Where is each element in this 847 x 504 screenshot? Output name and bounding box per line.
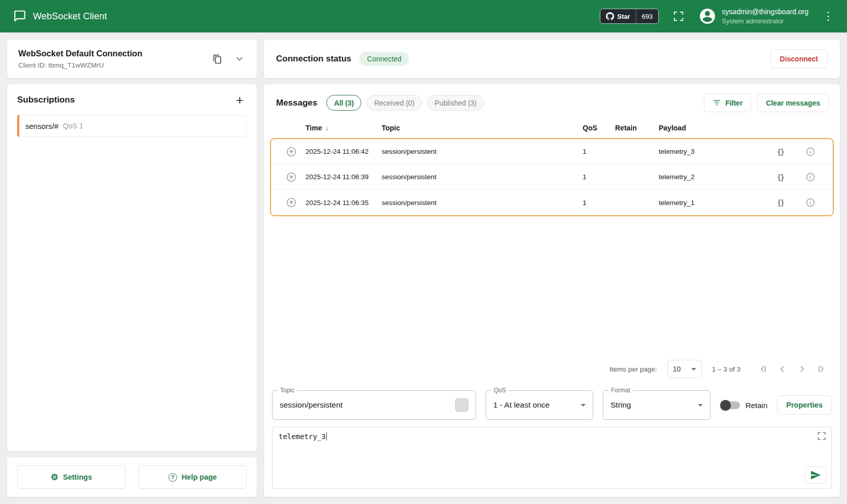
tab-all[interactable]: All (3) [326, 95, 361, 111]
tab-received[interactable]: Received (0) [366, 95, 422, 111]
retain-label: Retain [746, 401, 767, 410]
send-message-button[interactable] [805, 466, 826, 484]
filter-icon [713, 98, 721, 107]
messages-card: Messages All (3) Received (0) Published … [264, 84, 840, 497]
expand-message-button[interactable] [284, 144, 299, 159]
add-subscription-button[interactable]: + [233, 93, 247, 107]
more-menu-button[interactable]: ⋮ [821, 11, 836, 22]
fullscreen-icon [817, 431, 826, 441]
user-menu[interactable]: sysadmin@thingsboard.org System administ… [698, 7, 808, 25]
connection-name: WebSocket Default Connection [18, 49, 142, 58]
previous-page-button[interactable] [774, 360, 791, 378]
arrow-up-circle-icon [286, 146, 297, 157]
last-page-button[interactable] [812, 360, 830, 378]
topic-field-label: Topic [278, 387, 297, 394]
editor-fullscreen-button[interactable] [817, 431, 826, 441]
qos-select-label: QoS [491, 387, 509, 394]
format-select-label: Format [608, 387, 633, 394]
tab-published[interactable]: Published (3) [427, 95, 485, 111]
payload-json-button[interactable]: {} [776, 196, 787, 209]
avatar-icon [698, 7, 717, 25]
github-star-segment[interactable]: Star [600, 9, 635, 23]
github-star-button[interactable]: Star 693 [600, 9, 659, 24]
arrow-up-circle-icon [286, 197, 297, 208]
items-per-page-label: Items per page: [609, 365, 657, 373]
github-star-label: Star [617, 13, 630, 20]
qos-select-value: 1 - At least once [493, 400, 550, 410]
messages-title: Messages [276, 98, 317, 108]
properties-button[interactable]: Properties [777, 395, 832, 415]
expand-message-button[interactable] [284, 195, 299, 210]
arrow-up-circle-icon [286, 172, 297, 183]
github-star-count[interactable]: 693 [636, 9, 659, 23]
payload-json-button[interactable]: {} [776, 171, 787, 183]
payload-json-button[interactable]: {} [776, 146, 787, 158]
connection-client-id: Client ID: tbmq_T1wWZMrU [18, 61, 142, 69]
table-row[interactable]: 2025-12-24 11:06:35 session/persistent 1… [271, 190, 833, 215]
cell-topic: session/persistent [382, 199, 583, 207]
items-per-page-select[interactable]: 10 [667, 360, 702, 378]
topic-input[interactable] [280, 400, 450, 410]
cell-payload: telemetry_2 [659, 173, 768, 181]
table-header-time[interactable]: Time ↓ [306, 123, 382, 132]
cell-payload: telemetry_3 [659, 148, 768, 155]
retain-toggle[interactable] [721, 401, 740, 409]
disconnect-button[interactable]: Disconnect [770, 49, 828, 69]
cell-topic: session/persistent [382, 148, 583, 155]
cell-time: 2025-12-24 11:06:35 [306, 199, 382, 207]
connection-status-card: Connection status Connected Disconnect [264, 40, 840, 78]
page-title: WebSocket Client [33, 11, 107, 22]
fullscreen-button[interactable] [671, 9, 686, 24]
message-filter-tabs: All (3) Received (0) Published (3) [326, 95, 484, 111]
expand-message-button[interactable] [284, 170, 299, 185]
first-page-button[interactable] [755, 360, 772, 378]
filter-label: Filter [725, 99, 742, 107]
format-select[interactable]: Format String [603, 390, 710, 420]
publish-form: Topic QoS 1 - At least once Format Strin… [264, 383, 840, 420]
message-info-button[interactable] [803, 195, 818, 210]
pagination-bar: Items per page: 10 1 – 3 of 3 [264, 354, 840, 383]
info-icon [805, 197, 816, 208]
subscriptions-title: Subscriptions [17, 95, 75, 105]
dropdown-arrow-icon [691, 368, 696, 371]
chevron-left-icon [777, 364, 788, 374]
settings-button[interactable]: ⚙ Settings [17, 465, 125, 489]
github-icon [606, 12, 614, 20]
first-page-icon [758, 364, 768, 374]
message-info-button[interactable] [803, 170, 818, 184]
copy-icon [213, 54, 222, 64]
message-editor[interactable]: telemetry_3 [272, 427, 832, 489]
table-header-retain: Retain [615, 124, 659, 132]
table-row[interactable]: 2025-12-24 11:06:42 session/persistent 1… [271, 139, 833, 164]
filter-button[interactable]: Filter [704, 93, 751, 112]
braces-icon: {} [778, 148, 785, 156]
next-page-button[interactable] [793, 360, 810, 378]
braces-icon: {} [778, 173, 785, 181]
toggle-knob-icon [720, 400, 731, 411]
text-caret [326, 432, 327, 441]
qos-select[interactable]: QoS 1 - At least once [486, 390, 593, 420]
pagination-range: 1 – 3 of 3 [712, 365, 740, 373]
help-page-button[interactable]: ? Help page [139, 465, 247, 489]
topic-color-swatch[interactable] [455, 398, 468, 412]
help-label: Help page [182, 473, 217, 481]
status-badge: Connected [359, 52, 409, 66]
clear-messages-button[interactable]: Clear messages [757, 93, 829, 112]
cell-time: 2025-12-24 11:06:42 [306, 148, 382, 155]
cell-qos: 1 [583, 148, 615, 155]
table-row[interactable]: 2025-12-24 11:06:39 session/persistent 1… [271, 164, 833, 190]
last-page-icon [816, 364, 826, 374]
message-info-button[interactable] [803, 145, 818, 159]
app-header: WebSocket Client Star 693 sysadmin@thing… [0, 0, 847, 32]
table-header-topic: Topic [382, 124, 583, 132]
connection-expand-button[interactable] [232, 52, 247, 66]
fullscreen-icon [673, 11, 684, 22]
chevron-right-icon [797, 364, 807, 374]
send-icon [810, 469, 821, 481]
subscription-item[interactable]: sensors/# QoS 1 [17, 115, 247, 137]
sidebar-footer: ⚙ Settings ? Help page [7, 457, 257, 497]
copy-client-id-button[interactable] [211, 52, 224, 66]
user-email: sysadmin@thingsboard.org [722, 7, 808, 17]
subscription-topic: sensors/# [25, 122, 58, 130]
connection-status-label: Connection status [276, 54, 351, 64]
